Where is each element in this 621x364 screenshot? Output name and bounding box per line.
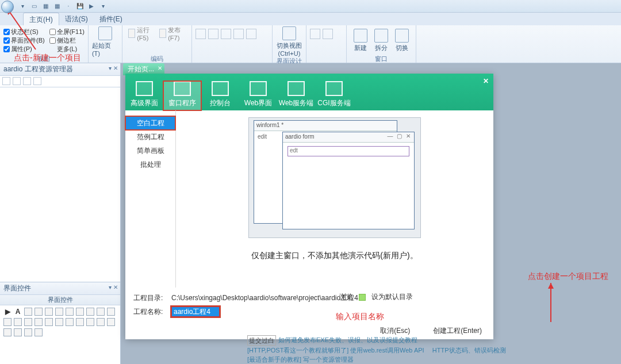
cat-web-server[interactable]: Web服务端 <box>277 81 315 110</box>
qat-disk-icon[interactable]: 💾 <box>75 1 85 12</box>
ctrl-icon[interactable] <box>107 318 115 326</box>
preview-titlebar-2: aardio form— ▢ ✕ <box>283 132 414 143</box>
ctrl-icon[interactable] <box>66 318 74 326</box>
proj-tool-a[interactable] <box>2 77 10 85</box>
gear-icon <box>212 81 229 96</box>
pin-icon[interactable]: ▾ ✕ <box>109 65 118 71</box>
qat-saveall-icon[interactable]: ▦ <box>52 1 62 12</box>
tpl-canvas[interactable]: 简单画板 <box>125 144 175 158</box>
preview-thumbnail: winform1 * edit aardio form— ▢ ✕ edt <box>248 117 421 238</box>
cat-cgi-server[interactable]: CGI服务端 <box>315 81 353 110</box>
chk-sidebar[interactable]: 侧边栏 <box>49 36 85 45</box>
controls-panel-header: 界面控件 ▾ ✕ <box>0 282 120 295</box>
code-icon-d[interactable] <box>233 29 244 39</box>
btn-publish[interactable]: 发布(F7) <box>157 26 188 40</box>
chk-fullscreen[interactable]: 全屏(F11) <box>49 28 85 36</box>
ctrl-icon[interactable] <box>14 318 22 326</box>
ctrl-icon[interactable] <box>3 328 12 336</box>
cat-web-ui[interactable]: Web界面 <box>239 81 277 110</box>
btn-split[interactable]: 拆分 <box>371 26 392 55</box>
cat-console[interactable]: 控制台 <box>201 81 239 110</box>
btn-new[interactable]: 新建 <box>350 26 371 55</box>
chk-more[interactable]: 更多(L) <box>49 45 85 53</box>
close-icon[interactable]: ✕ <box>158 65 162 71</box>
ctrl-icon[interactable] <box>14 328 22 336</box>
btn-run[interactable]: 运行(F5) <box>126 26 157 40</box>
qat-sep: · <box>63 1 74 12</box>
dialog-close-button[interactable]: ✕ <box>483 77 489 85</box>
ctrl-icon[interactable] <box>24 318 32 326</box>
ctrl-icon[interactable] <box>86 308 94 316</box>
ctrl-icon[interactable] <box>86 318 94 326</box>
ctrl-icon[interactable] <box>45 308 53 316</box>
tpl-blank[interactable]: 空白工程 <box>125 116 175 130</box>
controls-subheader: 界面控件 <box>0 295 120 305</box>
proj-tool-b[interactable] <box>13 77 21 85</box>
create-button[interactable]: 创建工程(Enter) <box>433 326 482 336</box>
ctrl-icon[interactable] <box>76 318 84 326</box>
group-design-icons <box>306 25 347 63</box>
publish-icon <box>159 29 166 38</box>
cat-window-app[interactable]: 窗口程序 <box>163 81 201 110</box>
chk-props[interactable]: 属性(P) <box>3 45 45 53</box>
ctrl-icon[interactable] <box>3 318 12 326</box>
qat-folder-icon[interactable]: ▭ <box>29 1 39 12</box>
qat-run-icon[interactable]: ▶ <box>86 1 97 12</box>
design-icon-a[interactable] <box>310 29 320 39</box>
btn-switch[interactable]: 切换 <box>392 26 412 55</box>
proj-tool-d[interactable] <box>33 77 41 85</box>
group-view-label: 视图 <box>3 55 85 63</box>
qat-save-icon[interactable]: ▦ <box>40 1 51 12</box>
qat-open-icon[interactable]: ▾ <box>17 1 28 12</box>
tab-plugin[interactable]: 插件(E) <box>94 13 128 25</box>
pin-icon[interactable]: ▾ ✕ <box>109 284 118 290</box>
tab-syntax[interactable]: 语法(S) <box>59 13 94 25</box>
ctrl-icon[interactable] <box>76 308 84 316</box>
group-icons1 <box>192 25 273 63</box>
tpl-sample[interactable]: 范例工程 <box>125 130 175 144</box>
btn-switchview[interactable]: 切换视图 (Ctrl+U) <box>276 26 302 57</box>
new-project-dialog: 高级界面 窗口程序 控制台 Web界面 Web服务端 CGI服务端 ✕ 空白工程… <box>125 74 493 339</box>
ctrl-icon[interactable] <box>107 308 115 316</box>
ctrl-icon[interactable] <box>66 308 74 316</box>
ctrl-icon[interactable] <box>24 328 32 336</box>
ribbon-tabs: 主页(H) 语法(S) 插件(E) <box>0 13 621 25</box>
controls-panel: 界面控件 ▾ ✕ 界面控件 ▶ A <box>0 282 120 364</box>
ctrl-icon[interactable] <box>34 328 43 336</box>
tab-home[interactable]: 主页(H) <box>23 13 59 25</box>
ctrl-icon[interactable] <box>34 308 43 316</box>
code-icon-c[interactable] <box>221 29 231 39</box>
default-dir-checkbox[interactable] <box>359 294 366 301</box>
code-icon-e[interactable] <box>246 29 256 39</box>
app-orb[interactable] <box>1 1 14 13</box>
code-icon-a[interactable] <box>195 29 206 39</box>
project-panel: aardio 工程资源管理器 ▾ ✕ <box>0 63 120 282</box>
ctrl-icon[interactable] <box>24 308 32 316</box>
ctrl-icon[interactable] <box>34 318 43 326</box>
cat-advanced-ui[interactable]: 高级界面 <box>125 81 163 110</box>
tpl-batch[interactable]: 批处理 <box>125 158 175 171</box>
code-icon-b[interactable] <box>208 29 218 39</box>
btn-startpage[interactable]: 起始页(T) <box>92 26 118 57</box>
ctrl-icon[interactable] <box>55 308 63 316</box>
pointer-icon[interactable]: ▶ <box>3 308 12 316</box>
proj-tool-c[interactable] <box>23 77 31 85</box>
ctrl-icon[interactable] <box>45 318 53 326</box>
project-dir-value: C:\Users\xingag\Desktop\aardio\software\… <box>171 293 485 303</box>
preview-titlebar-1: winform1 * <box>254 121 397 131</box>
cancel-button[interactable]: 取消(Esc) <box>380 326 410 336</box>
project-name-label: 工程名称: <box>133 307 168 317</box>
chk-statusbar[interactable]: 状态栏(S) <box>3 28 45 36</box>
project-name-input[interactable] <box>171 306 220 317</box>
design-icon-b[interactable] <box>323 29 333 39</box>
ctrl-icon[interactable] <box>97 318 105 326</box>
browse-button[interactable]: 浏览 <box>339 292 353 302</box>
qat-drop-icon[interactable]: ▾ <box>98 1 108 12</box>
dialog-category-bar: 高级界面 窗口程序 控制台 Web界面 Web服务端 CGI服务端 ✕ <box>125 74 493 110</box>
chk-uictrl[interactable]: 界面控件(B) <box>3 36 45 45</box>
dialog-footer: 工程目录: C:\Users\xingag\Desktop\aardio\sof… <box>125 288 493 339</box>
ctrl-icon[interactable] <box>55 318 63 326</box>
group-switchview: 切换视图 (Ctrl+U) 界面设计 <box>273 25 306 63</box>
ctrl-icon[interactable] <box>97 308 105 316</box>
label-A-icon[interactable]: A <box>14 308 22 316</box>
